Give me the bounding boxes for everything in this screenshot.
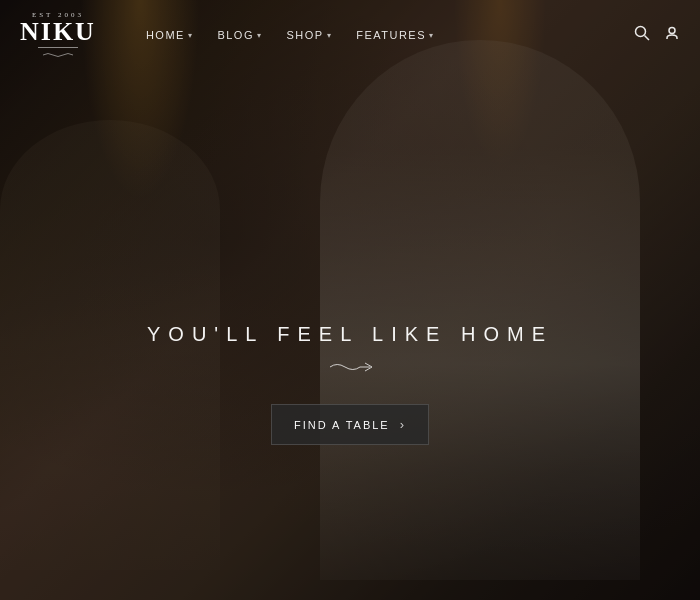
cta-chevron-icon: › bbox=[400, 417, 406, 432]
hero-overlay bbox=[0, 0, 700, 600]
features-chevron: ▾ bbox=[429, 31, 435, 40]
hero-decoration bbox=[325, 356, 375, 382]
logo-flourish bbox=[43, 50, 73, 60]
svg-point-2 bbox=[669, 28, 675, 34]
blog-chevron: ▾ bbox=[257, 31, 263, 40]
hero-content: YOU'LL FEEL LIKE HOME FIND A TABLE › bbox=[0, 323, 700, 445]
find-table-button[interactable]: FIND A TABLE › bbox=[271, 404, 429, 445]
svg-point-0 bbox=[636, 27, 646, 37]
nav-links: HOME ▾ BLOG ▾ SHOP ▾ FEATURES ▾ bbox=[136, 21, 634, 49]
nav-blog[interactable]: BLOG ▾ bbox=[207, 21, 272, 49]
nav-shop[interactable]: SHOP ▾ bbox=[276, 21, 342, 49]
nav-features[interactable]: FEATURES ▾ bbox=[346, 21, 444, 49]
home-chevron: ▾ bbox=[188, 31, 194, 40]
cta-label: FIND A TABLE bbox=[294, 419, 390, 431]
hero-section: EST 2003 NIKU HOME ▾ BLOG ▾ SHOP ▾ FEATU… bbox=[0, 0, 700, 600]
hero-tagline: YOU'LL FEEL LIKE HOME bbox=[147, 323, 553, 346]
nav-home[interactable]: HOME ▾ bbox=[136, 21, 204, 49]
svg-line-1 bbox=[645, 36, 650, 41]
user-icon[interactable] bbox=[664, 25, 680, 45]
navbar: EST 2003 NIKU HOME ▾ BLOG ▾ SHOP ▾ FEATU… bbox=[0, 0, 700, 70]
search-icon[interactable] bbox=[634, 25, 650, 45]
shop-chevron: ▾ bbox=[327, 31, 333, 40]
nav-actions bbox=[634, 25, 680, 45]
logo-divider bbox=[38, 47, 78, 48]
logo-name: NIKU bbox=[20, 19, 96, 45]
logo[interactable]: EST 2003 NIKU bbox=[20, 11, 96, 60]
